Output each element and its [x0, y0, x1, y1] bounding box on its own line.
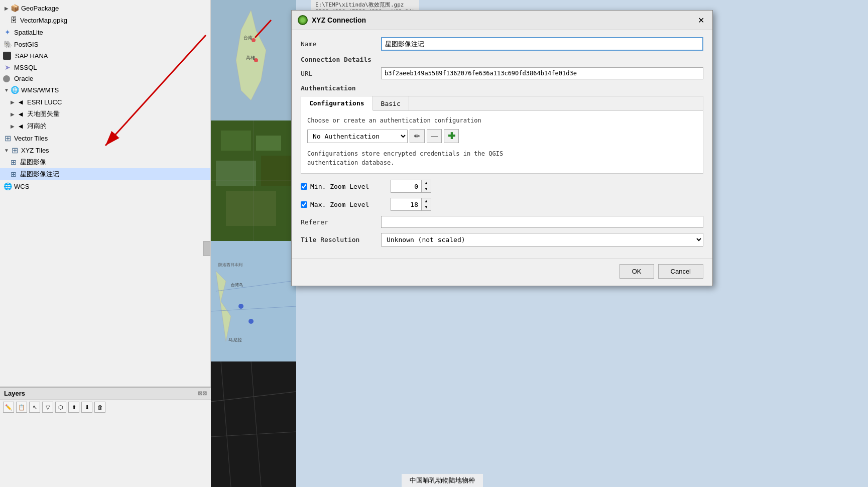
map-thumbnail-1: 台南 高雄 — [211, 0, 296, 120]
tile-res-row: Tile Resolution Unknown (not scaled)Stan… — [301, 233, 703, 247]
layers-header: Layers ⊠⊠ — [0, 388, 211, 400]
dialog-close-button[interactable]: ✕ — [695, 15, 706, 26]
arrow-icon: ▶ — [3, 6, 10, 11]
xyz-arrow-icon: ▼ — [3, 148, 10, 153]
layers-cursor-btn[interactable]: ↖ — [29, 402, 40, 413]
min-zoom-up-btn[interactable]: ▲ — [422, 180, 431, 186]
sidebar-item-saphana[interactable]: SAP HANA — [0, 50, 210, 61]
auth-box: Configurations Basic Choose or create an… — [301, 96, 703, 174]
min-zoom-spinbox: ▲ ▼ — [391, 180, 431, 193]
layers-title: Layers — [4, 390, 25, 397]
dialog-titlebar: XYZ Connection ✕ — [292, 11, 712, 30]
referer-input[interactable] — [381, 216, 703, 228]
max-zoom-label: Max. Zoom Level — [310, 201, 391, 208]
svg-rect-11 — [261, 156, 291, 186]
sidebar-item-vectormap[interactable]: 🗄 VectorMap.gpkg — [0, 14, 210, 26]
arrow-right-icon2: ▶ — [9, 111, 16, 117]
authentication-section: Authentication Configurations Basic Choo… — [301, 84, 703, 174]
arrow-right-icon3: ▶ — [9, 124, 16, 129]
sidebar-item-oracle[interactable]: Oracle — [0, 73, 210, 84]
tile-res-label: Tile Resolution — [301, 236, 381, 244]
sidebar-item-tianditu[interactable]: ▶ ◀ 天地图矢量 — [0, 108, 210, 120]
url-label: URL — [301, 70, 381, 77]
auth-tab-content: Choose or create an authentication confi… — [301, 111, 703, 173]
spatialite-icon: ✦ — [3, 28, 12, 37]
layers-pencil-btn[interactable]: ✏️ — [3, 402, 14, 413]
oracle-icon — [3, 75, 10, 82]
name-input[interactable] — [381, 37, 703, 51]
svg-rect-12 — [226, 191, 276, 226]
xyztiles-icon: ⊞ — [10, 146, 19, 155]
max-zoom-checkbox[interactable] — [301, 201, 307, 208]
layers-copy-btn[interactable]: 📋 — [16, 402, 27, 413]
sidebar-item-henan[interactable]: ▶ ◀ 河南的 — [0, 120, 210, 132]
sidebar-item-wmswmts[interactable]: ▼ 🌐 WMS/WMTS — [0, 84, 210, 96]
sidebar-item-geopackage[interactable]: ▶ 📦 GeoPackage — [0, 2, 210, 14]
dialog-title-text: XYZ Connection — [312, 16, 366, 24]
tab-basic[interactable]: Basic — [373, 96, 409, 110]
sidebar-item-xyztiles[interactable]: ▼ ⊞ XYZ Tiles — [0, 144, 210, 156]
auth-description: Choose or create an authentication confi… — [307, 117, 697, 124]
authentication-header: Authentication — [301, 84, 703, 92]
layers-header-controls: ⊠⊠ — [198, 390, 207, 397]
vectortiles-icon: ⊞ — [3, 134, 12, 143]
tile-res-select[interactable]: Unknown (not scaled)Standard (256x256)Hi… — [381, 233, 703, 247]
map-thumbnail-3: 台湾岛 陕洛西日本到 马尼拉 — [211, 241, 296, 361]
sidebar-item-postgis[interactable]: 🐘 PostGIS — [0, 38, 210, 50]
db-icon: 🗄 — [9, 16, 18, 25]
sidebar-item-vectortiles[interactable]: ⊞ Vector Tiles — [0, 132, 210, 144]
auth-info-text: Configurations store encrypted credentia… — [307, 149, 697, 167]
cancel-button[interactable]: Cancel — [658, 264, 703, 279]
max-zoom-input[interactable] — [391, 199, 421, 210]
min-zoom-label: Min. Zoom Level — [310, 183, 391, 190]
layers-group-btn[interactable]: ⬡ — [55, 402, 66, 413]
layers-toolbar: ✏️ 📋 ↖ ▽ ⬡ ⬆ ⬇ 🗑 — [0, 400, 211, 415]
xingtuyingxiang-icon: ⊞ — [9, 158, 18, 167]
min-zoom-arrows: ▲ ▼ — [421, 180, 431, 192]
layers-filter-btn[interactable]: ▽ — [42, 402, 53, 413]
dialog-title-container: XYZ Connection — [298, 15, 366, 25]
sidebar-item-xingtuyingxiangzhuji[interactable]: ⊞ 星图影像注记 — [0, 168, 210, 180]
sidebar-item-xingtuyingxiang[interactable]: ⊞ 星图影像 — [0, 156, 210, 168]
max-zoom-row: Max. Zoom Level ▲ ▼ — [301, 198, 703, 211]
layers-delete-btn[interactable]: 🗑 — [94, 402, 105, 413]
sidebar-item-esrilucc[interactable]: ▶ ◀ ESRI LUCC — [0, 96, 210, 108]
svg-text:陕洛西日本到: 陕洛西日本到 — [218, 263, 242, 267]
sidebar-item-spatialite[interactable]: ✦ SpatiaLite — [0, 26, 210, 38]
sidebar-item-mssql[interactable]: ➤ MSSQL — [0, 61, 210, 73]
tab-configurations[interactable]: Configurations — [301, 96, 373, 111]
postgis-icon: 🐘 — [3, 40, 12, 49]
map-thumbnail-4 — [211, 361, 296, 487]
min-zoom-row: Min. Zoom Level ▲ ▼ — [301, 180, 703, 193]
min-zoom-input[interactable] — [391, 181, 421, 192]
connection-details-header: Connection Details — [301, 56, 703, 63]
max-zoom-down-btn[interactable]: ▼ — [422, 204, 431, 210]
arrow-right-icon: ▶ — [9, 99, 16, 105]
auth-add-button[interactable]: ✚ — [444, 129, 459, 143]
referer-label: Referer — [301, 218, 381, 226]
layers-down-btn[interactable]: ⬇ — [81, 402, 92, 413]
auth-remove-button[interactable]: — — [427, 129, 442, 143]
name-row: Name — [301, 37, 703, 51]
svg-text:台湾岛: 台湾岛 — [231, 283, 243, 287]
dialog-body: Name Connection Details URL Authenticati… — [292, 30, 712, 259]
svg-text:台南: 台南 — [243, 35, 253, 40]
min-zoom-checkbox[interactable] — [301, 183, 307, 190]
name-label: Name — [301, 40, 381, 48]
url-input[interactable] — [381, 67, 703, 79]
sidebar-tree: ▶ 📦 GeoPackage 🗄 VectorMap.gpkg ✦ Spatia… — [0, 0, 210, 194]
sidebar-item-wcs[interactable]: 🌐 WCS — [0, 180, 210, 192]
auth-config-select[interactable]: No Authentication — [307, 130, 408, 143]
map-thumbnail-2 — [211, 120, 296, 241]
scrollbar[interactable] — [203, 241, 210, 256]
wcs-icon: 🌐 — [3, 182, 12, 191]
ok-button[interactable]: OK — [619, 264, 654, 279]
min-zoom-down-btn[interactable]: ▼ — [422, 186, 431, 192]
max-zoom-up-btn[interactable]: ▲ — [422, 198, 431, 204]
tianditu-icon: ◀ — [16, 109, 25, 118]
arrow-down-icon: ▼ — [3, 87, 10, 93]
referer-row: Referer — [301, 216, 703, 228]
layers-up-btn[interactable]: ⬆ — [68, 402, 79, 413]
svg-rect-9 — [256, 136, 281, 151]
auth-edit-button[interactable]: ✏ — [410, 129, 425, 143]
